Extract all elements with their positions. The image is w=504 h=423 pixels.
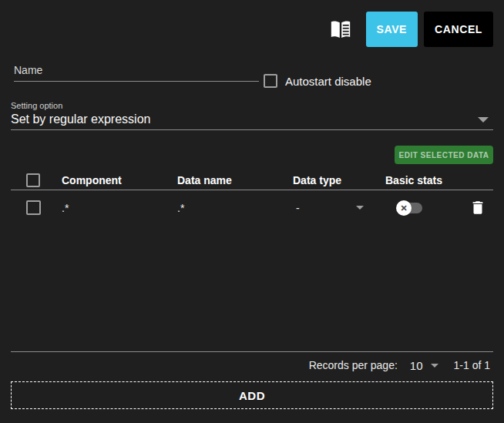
table-row: .* .* - ✕ [11, 190, 493, 225]
name-field[interactable]: Name [14, 63, 259, 82]
checkbox-icon[interactable] [264, 74, 277, 88]
setting-option-value: Set by regular expression [11, 112, 150, 126]
open-book-icon-svg [329, 19, 352, 40]
toolbar: SAVE CANCEL [11, 0, 493, 47]
delete-row-button[interactable] [462, 199, 493, 217]
table-empty-area [11, 225, 493, 351]
autostart-disable-checkbox[interactable]: Autostart disable [264, 74, 371, 88]
row-data-name-value[interactable]: .* [177, 202, 293, 214]
row-select-checkbox[interactable] [26, 200, 41, 215]
basic-stats-toggle[interactable]: ✕ [396, 200, 422, 216]
column-header-data-name: Data name [177, 174, 293, 186]
records-per-page-select[interactable]: 10 [410, 359, 438, 372]
setting-option-select[interactable]: Setting option Set by regular expression [11, 101, 493, 130]
table-header: Component Data name Data type Basic stat… [11, 171, 493, 190]
save-button[interactable]: SAVE [366, 12, 418, 47]
edit-row: EDIT SELECTED DATA [11, 146, 493, 164]
page-range-label: 1-1 of 1 [454, 359, 490, 371]
setting-option-label: Setting option [11, 101, 493, 111]
name-input[interactable] [14, 81, 259, 82]
pagination: Records per page: 10 1-1 of 1 [11, 351, 493, 378]
name-label: Name [14, 63, 259, 77]
column-header-basic-stats: Basic stats [385, 174, 462, 186]
row-data-type-value: - [296, 202, 300, 214]
autostart-disable-label: Autostart disable [285, 75, 371, 88]
row-component-value[interactable]: .* [62, 202, 177, 214]
cancel-button[interactable]: CANCEL [424, 12, 493, 47]
open-book-icon[interactable] [329, 19, 352, 40]
column-header-data-type: Data type [293, 174, 385, 186]
records-per-page-label: Records per page: [309, 359, 398, 371]
add-button[interactable]: ADD [11, 381, 493, 409]
records-per-page-value: 10 [410, 359, 423, 372]
toggle-thumb-x-icon: ✕ [396, 200, 412, 216]
edit-selected-data-button[interactable]: EDIT SELECTED DATA [395, 146, 493, 164]
chevron-down-icon[interactable] [478, 117, 489, 123]
trash-icon [469, 199, 486, 217]
select-all-checkbox[interactable] [26, 173, 40, 187]
chevron-down-icon [356, 206, 364, 210]
column-header-component: Component [62, 174, 177, 186]
chevron-down-icon [431, 364, 438, 368]
setting-option-underline [11, 129, 493, 130]
name-row: Name Autostart disable [11, 63, 493, 82]
row-data-type-select[interactable]: - [293, 202, 364, 214]
edit-data-dialog: SAVE CANCEL Name Autostart disable Setti… [0, 0, 504, 423]
